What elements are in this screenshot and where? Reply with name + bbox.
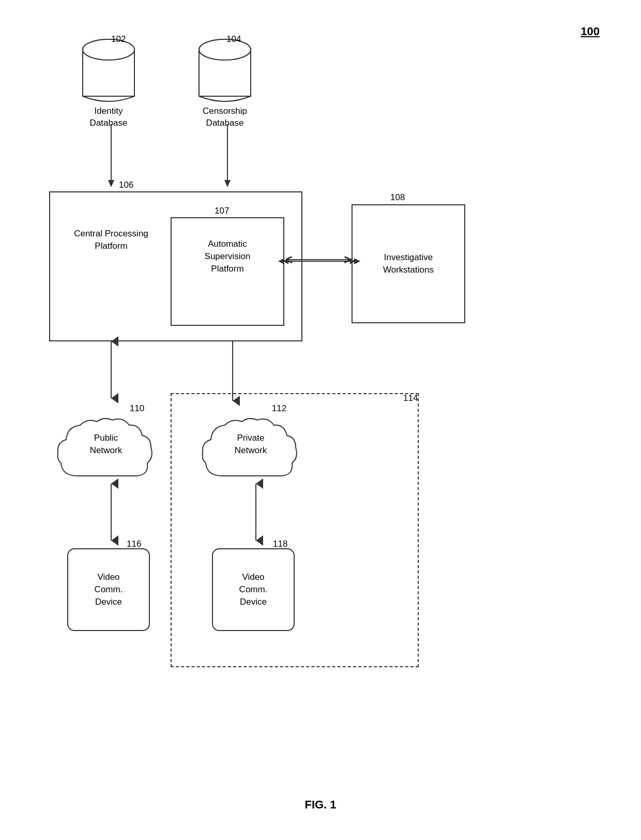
- auto-supervision-ref: 107: [215, 206, 229, 216]
- private-network: 112 PrivateNetwork: [196, 403, 305, 491]
- identity-db-cylinder: [80, 35, 137, 102]
- central-platform-ref: 106: [119, 180, 133, 190]
- private-network-label: PrivateNetwork: [196, 432, 305, 457]
- auto-supervision-label: AutomaticSupervisionPlatform: [175, 238, 280, 275]
- dashed-box-ref: 114: [403, 393, 418, 403]
- diagram: 100 102 IdentityDatabase 104 CensorshipD…: [0, 0, 641, 840]
- investigative-ws-ref: 108: [390, 192, 405, 203]
- public-network: 110 PublicNetwork: [52, 403, 160, 491]
- figure-caption: FIG. 1: [304, 798, 336, 812]
- identity-db-ref: 102: [111, 34, 126, 44]
- central-platform-label: Central ProcessingPlatform: [59, 228, 163, 252]
- arrow-public-to-video-left: [106, 484, 116, 546]
- investigative-ws-box: InvestigativeWorkstations: [352, 204, 465, 323]
- censorship-db-ref: 104: [226, 34, 241, 44]
- identity-db-label: IdentityDatabase: [90, 106, 128, 129]
- censorship-db-cylinder: [196, 35, 253, 102]
- svg-marker-9: [224, 180, 231, 187]
- video-device-left-ref: 116: [127, 539, 141, 549]
- arrow-identity-to-central: [106, 124, 116, 191]
- arrow-censorship-to-central: [222, 124, 233, 191]
- video-device-right-box: VideoComm.Device: [212, 548, 295, 631]
- svg-point-2: [83, 39, 134, 60]
- public-network-label: PublicNetwork: [52, 432, 160, 457]
- video-device-right-ref: 118: [273, 539, 287, 549]
- censorship-db-label: CensorshipDatabase: [203, 106, 247, 129]
- identity-database: 102 IdentityDatabase: [80, 35, 137, 129]
- svg-marker-7: [108, 180, 114, 187]
- svg-point-5: [199, 39, 251, 60]
- video-device-left-box: VideoComm.Device: [67, 548, 150, 631]
- private-network-ref: 112: [272, 403, 286, 414]
- arrow-central-to-public: [106, 341, 116, 403]
- public-network-ref: 110: [130, 403, 144, 414]
- figure-number: 100: [581, 25, 600, 38]
- censorship-database: 104 CensorshipDatabase: [196, 35, 253, 129]
